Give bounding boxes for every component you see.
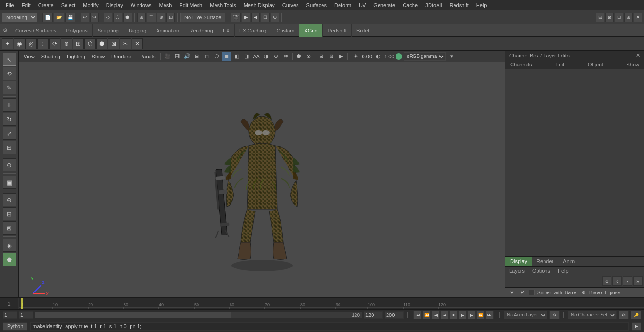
xgen-tool2[interactable]: ⬟ [3,253,16,266]
vp-motion-icon[interactable]: ≋ [281,52,291,61]
vp-solid-icon[interactable]: ◼ [222,52,231,61]
layout-btn2[interactable]: ⊠ [605,13,614,22]
vp-menu-show[interactable]: Show [89,53,108,60]
soft-select-btn[interactable]: ⊙ [3,158,16,171]
tab-redshift[interactable]: Redshift [323,24,352,37]
menu-mesh-display[interactable]: Mesh Display [240,1,279,9]
rect-select-btn[interactable]: ▣ [3,176,16,189]
next-key-btn[interactable]: ▶ [467,311,476,319]
timeline-ruler[interactable]: 1 10 20 30 40 50 60 70 80 90 1 [19,298,644,310]
vp-aa-icon[interactable]: AA [252,52,261,61]
vp-wire-icon[interactable]: ⬡ [212,52,222,61]
vp-gamma-icon[interactable]: ◐ [373,52,383,61]
anim-layer-settings-btn[interactable]: ⚙ [549,311,560,319]
transform-tool[interactable]: ⊞ [3,141,16,154]
snap-view-btn[interactable]: ⊡ [166,13,175,22]
cb-menu-show[interactable]: Show [624,62,641,67]
vp-menu-view[interactable]: View [21,53,38,60]
scale-tool[interactable]: ⤢ [3,127,16,140]
vp-menu-panels[interactable]: Panels [137,53,158,60]
cb-menu-edit[interactable]: Edit [553,62,566,67]
xgen-icon12[interactable]: ✕ [132,38,143,49]
tab-polygons[interactable]: Polygons [61,24,92,37]
open-scene-btn[interactable]: 📂 [54,13,64,22]
go-end-btn[interactable]: ⏭ [485,311,494,319]
xgen-icon4[interactable]: ↕ [37,38,49,49]
command-input[interactable] [30,322,629,331]
vp-hud-icon[interactable]: ⊟ [317,52,326,61]
tab-curves-surfaces[interactable]: Curves / Surfaces [10,24,61,37]
tab-custom[interactable]: Custom [272,24,300,37]
layout-btn5[interactable]: ✕ [634,13,642,22]
render2-btn[interactable]: ◀ [251,13,260,22]
menu-cache[interactable]: Cache [399,1,421,9]
menu-generate[interactable]: Generate [370,1,399,9]
colorspace-select[interactable]: sRGB gamma [404,52,446,61]
layer-opt-help[interactable]: Help [554,267,572,275]
tab-bullet[interactable]: Bullet [352,24,375,37]
go-start-btn[interactable]: ⏮ [413,311,422,319]
tab-rendering[interactable]: Rendering [184,24,218,37]
layer-end-btn[interactable]: » [633,276,643,286]
script-run-btn[interactable]: ▶ [632,322,641,331]
cb-menu-object[interactable]: Object [586,62,605,67]
menu-redshift[interactable]: Redshift [446,1,472,9]
step-fwd-btn[interactable]: ⏩ [476,311,485,319]
move-tool[interactable]: ✛ [3,98,16,112]
menu-edit-mesh[interactable]: Edit Mesh [175,1,206,9]
save-scene-btn[interactable]: 💾 [65,13,75,22]
vp-render-icon[interactable]: ▶ [337,52,346,61]
vp-gate-icon[interactable]: ⊠ [327,52,336,61]
menu-windows[interactable]: Windows [127,1,156,9]
char-set-settings-btn[interactable]: ⚙ [619,311,629,319]
viewport-canvas[interactable]: persp X Y Z [19,62,505,297]
snap-point-btn[interactable]: ⊕ [157,13,165,22]
xgen-icon11[interactable]: ✂ [120,38,131,49]
menu-select[interactable]: Select [58,1,80,9]
menu-3dtooall[interactable]: 3DtoAll [421,1,446,9]
script-lang-tab[interactable]: Python [3,322,27,331]
menu-curves[interactable]: Curves [279,1,303,9]
redo-btn[interactable]: ↪ [90,13,99,22]
xgen-tool1[interactable]: ◈ [3,239,16,252]
current-frame-input[interactable] [19,311,33,319]
frame-start-input[interactable] [3,311,17,319]
vp-menu-renderer[interactable]: Renderer [108,53,136,60]
menu-help[interactable]: Help [472,1,491,9]
xgen-icon9[interactable]: ⬢ [96,38,107,49]
playback-range[interactable]: 120 [35,312,362,318]
layout-btn1[interactable]: ⊟ [596,13,604,22]
render-btn[interactable]: ▶ [242,13,250,22]
render3-btn[interactable]: ☐ [261,13,270,22]
snap-btn2[interactable]: ⊟ [3,207,16,220]
new-scene-btn[interactable]: 📄 [42,13,53,22]
undo-btn[interactable]: ↩ [81,13,89,22]
vp-texture-icon[interactable]: ◧ [232,52,241,61]
vp-grid-icon[interactable]: ⊞ [192,52,202,61]
character-set-select[interactable]: No Character Set [568,311,617,319]
layer-opt-layers[interactable]: Layers [505,267,528,275]
lasso-select[interactable]: ⟲ [3,67,16,80]
menu-edit[interactable]: Edit [18,1,34,9]
mode-selector[interactable]: Modeling [2,13,37,22]
stop-btn[interactable]: ■ [449,311,458,319]
vp-poly-icon[interactable]: ◻ [202,52,212,61]
menu-display[interactable]: Display [102,1,127,9]
play-back-btn[interactable]: ◀ [440,311,449,319]
menu-create[interactable]: Create [34,1,58,9]
vp-shadows-icon[interactable]: ◑ [262,52,271,61]
menu-file[interactable]: File [2,1,18,9]
char-set-key-btn[interactable]: 🔑 [631,311,641,319]
snap-grid-btn[interactable]: ⊞ [137,13,146,22]
layer-tab-display[interactable]: Display [505,257,532,266]
anim-layer-select[interactable]: No Anim Layer [504,311,547,319]
vp-audio-icon[interactable]: 🔊 [182,52,192,61]
tab-sculpting[interactable]: Sculpting [93,24,124,37]
xgen-icon7[interactable]: ⊞ [73,38,84,49]
xgen-icon6[interactable]: ⊕ [61,38,72,49]
layer-tab-anim[interactable]: Anim [558,257,579,266]
vp-iso-icon[interactable]: ⬢ [294,52,304,61]
range-end-input[interactable] [364,311,383,319]
tab-rigging[interactable]: Rigging [124,24,151,37]
layer-tab-render[interactable]: Render [532,257,558,266]
